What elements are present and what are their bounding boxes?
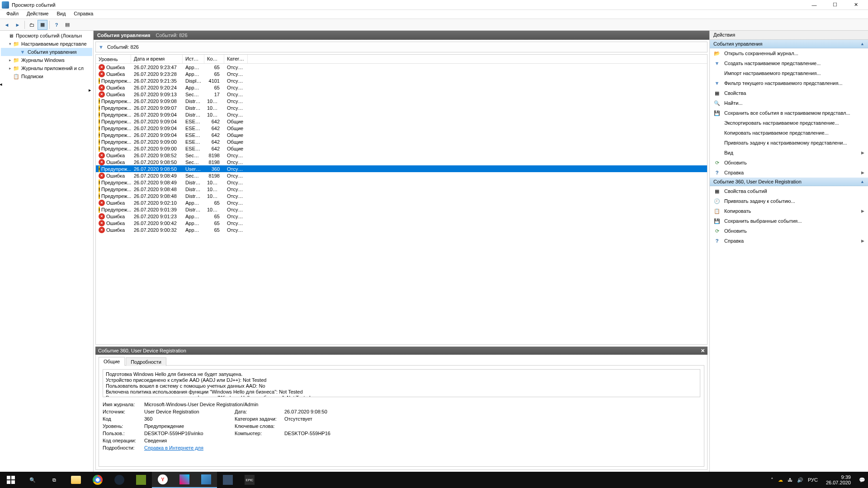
action-attach-task-event[interactable]: 🕘Привязать задачу к событию... [710,196,868,206]
event-row[interactable]: Ошибка26.07.2020 9:23:47AppM...65Отсутс.… [96,64,707,70]
steam-button[interactable] [108,472,130,488]
minecraft-button[interactable] [130,472,152,488]
col-eventid[interactable]: Код со... [204,55,224,63]
tray-chevron-icon[interactable]: ˄ [771,477,774,483]
action-event-properties[interactable]: ▦Свойства событий [710,186,868,196]
toolbar-view-icon[interactable]: ▦ [38,20,47,30]
event-row[interactable]: Предупреж...26.07.2020 9:09:04ESENT642Об… [96,131,707,138]
menu-file[interactable]: Файл [3,10,22,19]
tray-language[interactable]: РУС [808,477,818,483]
chrome-button[interactable] [87,472,108,488]
tray-notifications-icon[interactable]: 💬 [859,477,865,483]
collapse-icon[interactable]: ▲ [860,179,864,184]
event-row[interactable]: Предупреж...26.07.2020 9:08:48Distrib...… [96,192,707,199]
tray-network-icon[interactable]: 🖧 [788,477,793,483]
maximize-button[interactable]: ☐ [825,0,845,10]
action-find[interactable]: 🔍Найти... [710,98,868,108]
col-source[interactable]: Источ... [183,55,204,63]
paint-button[interactable] [174,472,195,488]
search-button[interactable]: 🔍 [22,472,43,488]
action-copy-event[interactable]: 📋Копировать▶ [710,206,868,216]
action-attach-task-view[interactable]: Привязать задачу к настраиваемому предст… [710,138,868,148]
col-date[interactable]: Дата и время [131,55,183,63]
action-help[interactable]: ?Справка▶ [710,168,868,178]
tray-onedrive-icon[interactable]: ☁ [778,477,783,483]
actions-section-1[interactable]: События управления▲ [710,40,868,48]
col-level[interactable]: Уровень [96,55,131,63]
event-row[interactable]: Предупреж...26.07.2020 9:08:49Distrib...… [96,179,707,186]
action-save-all[interactable]: 💾Сохранить все события в настраиваемом п… [710,108,868,118]
action-create-view[interactable]: ▼Создать настраиваемое представление... [710,58,868,68]
event-row[interactable]: Предупреж...26.07.2020 9:09:07Distrib...… [96,104,707,111]
tray-clock[interactable]: 9:39 26.07.2020 [822,474,854,485]
tab-general[interactable]: Общие [99,357,125,366]
detail-close-button[interactable]: ✕ [701,348,705,354]
tray-volume-icon[interactable]: 🔊 [797,477,803,483]
event-row[interactable]: Предупреж...26.07.2020 9:08:48Distrib...… [96,186,707,192]
event-row[interactable]: Предупреж...26.07.2020 9:09:00ESENT642Об… [96,145,707,152]
explorer-button[interactable] [65,472,87,488]
detail-help-link[interactable]: Справка в Интернете для [144,445,203,450]
action-open-log[interactable]: 📂Открыть сохраненный журнал... [710,48,868,58]
minimize-button[interactable]: — [804,0,825,10]
forward-button[interactable]: ► [13,20,23,30]
event-row[interactable]: Ошибка26.07.2020 9:08:50Securit...8198От… [96,159,707,165]
col-category[interactable]: Катего... [224,55,248,63]
menu-view[interactable]: Вид [53,10,69,19]
tree-app-logs[interactable]: ▸📁Журналы приложений и сл [1,64,92,72]
back-button[interactable]: ◄ [2,20,12,30]
save-icon: 💾 [713,217,721,225]
help-icon[interactable]: ? [52,20,61,30]
action-refresh-event[interactable]: ⟳Обновить [710,226,868,236]
tree-windows-logs[interactable]: ▸📁Журналы Windows [1,56,92,64]
menu-action[interactable]: Действие [23,10,52,19]
event-row[interactable]: Ошибка26.07.2020 9:08:49Securit...8198От… [96,172,707,179]
regedit-button[interactable] [217,472,239,488]
event-row[interactable]: Предупреж...26.07.2020 9:21:35Display410… [96,77,707,84]
taskview-button[interactable]: ⧉ [43,472,65,488]
tab-details[interactable]: Подробности [126,357,166,366]
tree-subscriptions[interactable]: 📋Подписки [1,72,92,80]
tree-hscroll[interactable]: ◂▸ [0,81,93,93]
event-row[interactable]: Ошибка26.07.2020 9:02:10AppM...65Отсутс.… [96,199,707,206]
event-row[interactable]: Предупреж...26.07.2020 9:08:50User D...3… [96,165,707,172]
tree-root[interactable]: 🖥Просмотр событий (Локальн [1,32,92,40]
grid-body[interactable]: Ошибка26.07.2020 9:23:47AppM...65Отсутс.… [96,64,707,344]
action-export-view[interactable]: Экспортировать настраиваемое представлен… [710,118,868,128]
tree-custom-views[interactable]: ▾📁Настраиваемые представле [1,40,92,48]
close-button[interactable]: ✕ [845,0,866,10]
event-row[interactable]: Ошибка26.07.2020 9:23:28AppM...65Отсутс.… [96,70,707,77]
window-title: Просмотр событий [12,2,804,8]
event-description[interactable]: Подготовка Windows Hello для бизнеса не … [103,369,700,397]
tree-admin-events[interactable]: ▼События управления [1,48,92,56]
action-filter-view[interactable]: ▼Фильтр текущего настраиваемого представ… [710,78,868,88]
start-button[interactable] [0,472,22,488]
yandex-button[interactable]: Y [152,472,174,488]
action-save-selected[interactable]: 💾Сохранить выбранные события... [710,216,868,226]
event-row[interactable]: Предупреж...26.07.2020 9:09:00ESENT642Об… [96,138,707,145]
event-row[interactable]: Ошибка26.07.2020 9:00:32AppM...65Отсутс.… [96,226,707,233]
action-properties[interactable]: ▦Свойства [710,88,868,98]
event-row[interactable]: Ошибка26.07.2020 9:20:24AppM...65Отсутс.… [96,84,707,91]
toolbar-unknown-icon[interactable]: ▤ [62,20,72,30]
event-row[interactable]: Предупреж...26.07.2020 9:01:39Distrib...… [96,206,707,213]
show-tree-button[interactable]: 🗀 [27,20,37,30]
collapse-icon[interactable]: ▲ [860,42,864,46]
event-row[interactable]: Предупреж...26.07.2020 9:09:04ESENT642Об… [96,118,707,125]
action-import-view[interactable]: Импорт настраиваемого представления... [710,68,868,78]
eventviewer-button[interactable] [195,472,217,488]
action-view[interactable]: Вид▶ [710,148,868,158]
event-row[interactable]: Предупреж...26.07.2020 9:09:08Distrib...… [96,98,707,104]
event-row[interactable]: Предупреж...26.07.2020 9:09:04ESENT642Об… [96,125,707,131]
action-refresh[interactable]: ⟳Обновить [710,158,868,168]
action-help-event[interactable]: ?Справка▶ [710,236,868,246]
menu-help[interactable]: Справка [70,10,97,19]
event-row[interactable]: Ошибка26.07.2020 9:00:42AppM...65Отсутс.… [96,220,707,226]
event-row[interactable]: Ошибка26.07.2020 9:01:23AppM...65Отсутс.… [96,213,707,220]
actions-section-2[interactable]: Событие 360, User Device Registration▲ [710,178,868,186]
event-row[interactable]: Ошибка26.07.2020 9:09:13Securit...17Отсу… [96,91,707,98]
event-row[interactable]: Ошибка26.07.2020 9:08:52Securit...8198От… [96,152,707,159]
epic-button[interactable]: EPIC [239,472,260,488]
action-copy-view[interactable]: Копировать настраиваемое представление..… [710,128,868,138]
event-row[interactable]: Предупреж...26.07.2020 9:09:04Distrib...… [96,111,707,118]
